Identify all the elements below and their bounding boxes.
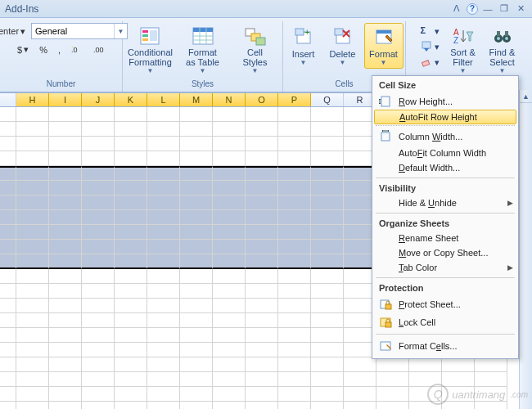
close-icon[interactable]: ✕ bbox=[514, 2, 527, 16]
conditional-formatting-button[interactable]: Conditional Formatting▼ bbox=[126, 23, 175, 75]
cell[interactable] bbox=[278, 313, 311, 328]
cell[interactable] bbox=[0, 166, 16, 181]
cell[interactable] bbox=[82, 269, 115, 284]
cell[interactable] bbox=[16, 254, 49, 269]
cell[interactable] bbox=[16, 240, 49, 254]
cell[interactable] bbox=[16, 151, 49, 166]
cell[interactable] bbox=[147, 402, 180, 409]
cell[interactable] bbox=[82, 387, 115, 402]
cell[interactable] bbox=[115, 122, 147, 137]
cell[interactable] bbox=[311, 372, 344, 387]
cell[interactable] bbox=[213, 181, 246, 196]
cell[interactable] bbox=[147, 137, 180, 151]
comma-button[interactable]: , bbox=[54, 43, 65, 56]
cell[interactable] bbox=[16, 269, 49, 284]
menu-column-width[interactable]: Column Width... Column Width... bbox=[372, 128, 518, 146]
cell[interactable] bbox=[213, 284, 246, 299]
menu-autofit-row-height[interactable]: AutoFit Row Height AutoFit Row Height bbox=[374, 110, 516, 124]
cell[interactable] bbox=[311, 387, 344, 402]
cell[interactable] bbox=[246, 328, 278, 343]
cell[interactable] bbox=[246, 122, 278, 137]
cell[interactable] bbox=[311, 328, 344, 343]
cell[interactable] bbox=[0, 299, 16, 313]
cell[interactable] bbox=[213, 137, 246, 151]
cell[interactable] bbox=[82, 402, 115, 409]
cell[interactable] bbox=[311, 299, 344, 313]
menu-default-width[interactable]: Default Width... Default Width... bbox=[372, 160, 518, 175]
cell[interactable] bbox=[82, 254, 115, 269]
cell[interactable] bbox=[49, 225, 82, 240]
cell[interactable] bbox=[278, 402, 311, 409]
cell[interactable] bbox=[82, 166, 115, 181]
cell[interactable] bbox=[49, 372, 82, 387]
cell[interactable] bbox=[246, 284, 278, 299]
find-select-button[interactable]: Find & Select▼ bbox=[485, 23, 521, 75]
cell[interactable] bbox=[409, 357, 442, 372]
cell[interactable] bbox=[82, 137, 115, 151]
cell[interactable] bbox=[278, 210, 311, 225]
cell[interactable] bbox=[213, 225, 246, 240]
column-header[interactable]: O bbox=[246, 93, 278, 106]
cell[interactable] bbox=[16, 299, 49, 313]
cell[interactable] bbox=[278, 225, 311, 240]
cell[interactable] bbox=[49, 181, 82, 196]
number-format-combo[interactable]: ▼ bbox=[31, 23, 128, 39]
cell[interactable] bbox=[115, 284, 147, 299]
cell[interactable] bbox=[82, 107, 115, 122]
cell[interactable] bbox=[82, 210, 115, 225]
cell[interactable] bbox=[16, 107, 49, 122]
fill-button[interactable]: ▾ bbox=[418, 40, 442, 53]
cell[interactable] bbox=[0, 284, 16, 299]
cell[interactable] bbox=[213, 402, 246, 409]
cell[interactable] bbox=[311, 254, 344, 269]
cell[interactable] bbox=[180, 210, 213, 225]
cell[interactable] bbox=[180, 313, 213, 328]
cell[interactable] bbox=[115, 137, 147, 151]
column-header[interactable]: M bbox=[180, 93, 213, 106]
cell[interactable] bbox=[278, 137, 311, 151]
cell[interactable] bbox=[16, 225, 49, 240]
cell[interactable] bbox=[49, 387, 82, 402]
cell[interactable] bbox=[311, 210, 344, 225]
cell[interactable] bbox=[246, 240, 278, 254]
cell[interactable] bbox=[311, 269, 344, 284]
cell[interactable] bbox=[213, 151, 246, 166]
cell[interactable] bbox=[49, 240, 82, 254]
column-header[interactable]: H bbox=[16, 93, 49, 106]
cell[interactable] bbox=[180, 166, 213, 181]
cell[interactable] bbox=[147, 357, 180, 372]
cell[interactable] bbox=[213, 328, 246, 343]
cell[interactable] bbox=[442, 357, 475, 372]
cell[interactable] bbox=[115, 372, 147, 387]
increase-decimal-button[interactable]: .0← bbox=[67, 43, 87, 56]
cell[interactable] bbox=[0, 240, 16, 254]
cell[interactable] bbox=[147, 328, 180, 343]
decrease-decimal-button[interactable]: .00 bbox=[89, 43, 109, 56]
cell[interactable] bbox=[0, 357, 16, 372]
cell[interactable] bbox=[49, 269, 82, 284]
cell[interactable] bbox=[16, 181, 49, 196]
cell[interactable] bbox=[213, 107, 246, 122]
number-format-input[interactable] bbox=[32, 24, 114, 38]
cell[interactable] bbox=[344, 387, 376, 402]
cell[interactable] bbox=[246, 299, 278, 313]
column-header[interactable] bbox=[0, 93, 16, 106]
cell[interactable] bbox=[49, 357, 82, 372]
cell[interactable] bbox=[213, 210, 246, 225]
cell[interactable] bbox=[246, 210, 278, 225]
cell[interactable] bbox=[213, 343, 246, 357]
cell[interactable] bbox=[180, 254, 213, 269]
cell[interactable] bbox=[278, 328, 311, 343]
cell[interactable] bbox=[49, 210, 82, 225]
cell[interactable] bbox=[213, 313, 246, 328]
cell[interactable] bbox=[246, 402, 278, 409]
cell[interactable] bbox=[180, 151, 213, 166]
cell[interactable] bbox=[0, 137, 16, 151]
cell[interactable] bbox=[16, 372, 49, 387]
cell[interactable] bbox=[311, 137, 344, 151]
cell[interactable] bbox=[82, 181, 115, 196]
cell[interactable] bbox=[82, 299, 115, 313]
cell[interactable] bbox=[115, 181, 147, 196]
cell[interactable] bbox=[180, 181, 213, 196]
minimize-icon[interactable]: — bbox=[481, 2, 494, 16]
